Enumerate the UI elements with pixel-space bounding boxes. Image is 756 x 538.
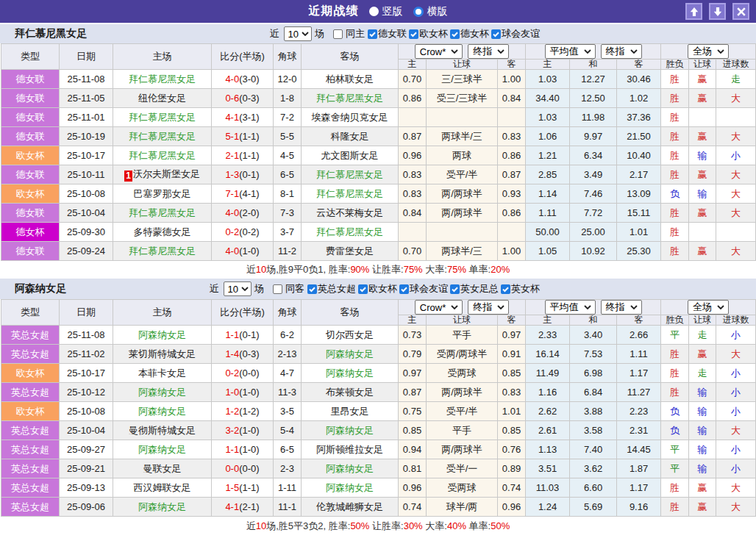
home-team-name: 拜仁慕尼黑女足 — [129, 150, 196, 161]
average-select[interactable]: 平均值 — [545, 44, 596, 59]
league-checkbox[interactable] — [307, 284, 317, 294]
home-team: 拜仁慕尼黑女足 — [113, 146, 212, 165]
summary-value: 40% — [447, 520, 466, 531]
match-type: 英总女超 — [1, 478, 60, 498]
league-checkbox[interactable] — [368, 29, 377, 39]
handicap-line: 受半/一 — [427, 459, 498, 478]
arrow-down-icon — [713, 7, 723, 17]
corners: 7-3 — [274, 204, 302, 223]
summary-label: 近 — [246, 264, 256, 275]
match-date: 25-10-19 — [60, 127, 113, 146]
league-checkbox[interactable] — [450, 284, 460, 294]
match-type: 英总女超 — [1, 440, 60, 459]
radio-vertical-layout[interactable]: 竖版 — [369, 5, 403, 18]
avg-away: 10.40 — [617, 146, 661, 165]
halftime-score: (0-3) — [239, 93, 259, 104]
match-type: 德女联 — [1, 165, 60, 184]
home-team: 纽伦堡女足 — [113, 89, 212, 108]
league-checkbox[interactable] — [399, 284, 409, 294]
col-header-home: 主场 — [113, 300, 212, 326]
team-name-title: 拜仁慕尼黑女足 — [15, 27, 87, 40]
vertical-radio-icon[interactable] — [369, 7, 379, 16]
home-team-name: 本菲卡女足 — [138, 367, 186, 379]
record-summary-bayern: 近10场,胜9平0负1, 胜率:90% 让胜率:75% 大率:75% 单率:20… — [0, 261, 756, 279]
handicap-line: 受两球 — [427, 478, 498, 498]
same-home-filter[interactable]: 同主 — [333, 27, 365, 40]
same-away-checkbox[interactable] — [273, 284, 282, 294]
avg-draw: 3.62 — [570, 459, 617, 478]
period-select[interactable]: 全场 — [688, 44, 729, 59]
avg-draw: 10.92 — [570, 242, 617, 261]
league-checkbox[interactable] — [358, 284, 368, 294]
handicap-line: 两/两球半 — [427, 184, 498, 204]
period-select[interactable]: 全场 — [688, 300, 729, 315]
match-count-select[interactable]: 10 — [284, 26, 312, 41]
odds-home: 0.94 — [399, 440, 427, 459]
match-row: 德女杯25-09-30多特蒙德女足0-2(0-2)3-7拜仁慕尼黑女足50.00… — [1, 223, 756, 242]
league-filter-德女联[interactable]: 德女联 — [368, 27, 407, 40]
summary-label: 单率: — [466, 520, 491, 531]
col-header-odds-away: 客 — [498, 315, 526, 326]
horizontal-radio-icon[interactable] — [413, 7, 424, 17]
avg-away: 1.01 — [617, 223, 661, 242]
rank-badge: 1 — [124, 171, 132, 182]
league-filter-欧女杯[interactable]: 欧女杯 — [358, 282, 397, 295]
away-team-name: 拜仁慕尼黑女足 — [316, 188, 383, 199]
halftime-score: (0-2) — [239, 226, 259, 237]
handicap-time-select[interactable]: 终指 — [468, 44, 509, 59]
avg-away: 9.16 — [617, 498, 661, 517]
avg-draw: 7.72 — [570, 204, 617, 223]
move-up-button[interactable] — [685, 3, 702, 20]
average-select[interactable]: 平均值 — [545, 300, 596, 315]
league-filter-德女杯[interactable]: 德女杯 — [450, 27, 489, 40]
close-button[interactable] — [732, 3, 749, 20]
score: 4-0(3-0) — [212, 70, 274, 89]
away-team-name: 阿森纳女足 — [326, 463, 374, 474]
average-time-select[interactable]: 终指 — [601, 300, 642, 315]
match-row: 英总女超25-10-12阿森纳女足1-0(1-0)11-3布莱顿女足0.87两/… — [1, 383, 756, 402]
league-filter-英女杯[interactable]: 英女杯 — [501, 282, 540, 295]
league-filter-球会友谊[interactable]: 球会友谊 — [399, 282, 448, 295]
handicap-result: 赢 — [689, 165, 716, 184]
match-type: 德女联 — [1, 70, 60, 89]
handicap-time-select[interactable]: 终指 — [468, 300, 509, 315]
league-checkbox[interactable] — [501, 284, 510, 294]
league-filter-欧女杯[interactable]: 欧女杯 — [409, 27, 448, 40]
halftime-score: (2-1) — [239, 501, 259, 512]
odds-away: 0.83 — [498, 383, 526, 402]
move-down-button[interactable] — [709, 3, 726, 20]
league-checkbox[interactable] — [409, 29, 418, 39]
same-away-filter[interactable]: 同客 — [273, 282, 304, 295]
league-filter-球会友谊[interactable]: 球会友谊 — [491, 27, 540, 40]
col-header-away: 客场 — [302, 44, 399, 70]
league-filter-英女足总[interactable]: 英女足总 — [450, 282, 499, 295]
match-type: 德女联 — [1, 108, 60, 127]
radio-horizontal-layout[interactable]: 横版 — [413, 5, 448, 18]
league-checkbox[interactable] — [491, 29, 501, 39]
bookmaker-select[interactable]: Crow* — [415, 300, 463, 315]
fulltime-score: 1-3 — [225, 169, 239, 180]
summary-label: 让胜率: — [369, 520, 403, 531]
result: 负 — [661, 184, 689, 204]
league-checkbox[interactable] — [450, 29, 460, 39]
avg-home: 2.61 — [526, 421, 570, 440]
col-header-avg-draw: 和 — [570, 60, 617, 70]
match-type: 德女联 — [1, 127, 60, 146]
match-type: 欧女杯 — [1, 402, 60, 421]
halftime-score: (1-1) — [239, 131, 259, 142]
match-count-select[interactable]: 10 — [224, 281, 252, 296]
league-filter-英总女超[interactable]: 英总女超 — [307, 282, 356, 295]
match-date: 25-11-08 — [60, 326, 113, 345]
bookmaker-select[interactable]: Crow* — [415, 44, 463, 59]
average-time-select[interactable]: 终指 — [601, 44, 642, 59]
avg-away: 1.11 — [617, 345, 661, 364]
handicap-line: 受平/半 — [427, 402, 498, 421]
handicap-line: 两/两球半 — [427, 440, 498, 459]
home-team: 拜仁慕尼黑女足 — [113, 127, 212, 146]
score: 0-0(0-0) — [212, 459, 274, 478]
score: 0-6(0-3) — [212, 89, 274, 108]
league-label: 欧女杯 — [368, 282, 397, 295]
avg-draw: 7.46 — [570, 184, 617, 204]
avg-draw: 5.69 — [570, 498, 617, 517]
same-home-checkbox[interactable] — [333, 29, 343, 39]
